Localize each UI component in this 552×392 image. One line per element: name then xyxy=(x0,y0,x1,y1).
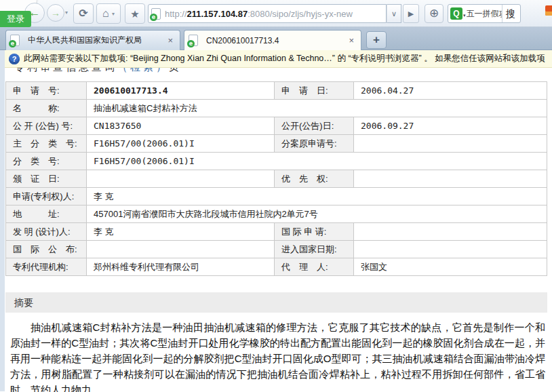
login-badge[interactable]: 登录 xyxy=(0,11,31,27)
refresh-icon: ⟳ xyxy=(79,7,87,19)
search-engine-icon[interactable]: Q xyxy=(450,7,462,20)
field-label: 地 址: xyxy=(6,205,87,223)
table-row: 公 开 (公告) 号: CN1837650 公开(公告)日: 2006.09.2… xyxy=(6,117,547,135)
search-box: Q ▾ 搜 xyxy=(448,4,521,23)
go-button[interactable]: ▶ xyxy=(403,4,419,23)
field-label: 名 称: xyxy=(6,100,87,117)
go-arrow-icon: ▶ xyxy=(408,9,414,18)
tab2-favicon-icon: e xyxy=(189,35,198,46)
table-row: 颁 证 日: 优 先 权: xyxy=(6,170,547,188)
patent-info-table: 申 请 号: 200610017713.4 申 请 日: 2006.04.27 … xyxy=(5,81,547,276)
tab2-title: CN200610017713.4 xyxy=(206,36,346,45)
abstract-text: 抽油机减速箱C封粘补方法是一种油田抽油机减速箱的修理方法，它克服了其它技术的缺点… xyxy=(5,313,552,392)
forward-button[interactable]: → xyxy=(47,4,64,22)
security-shield-button[interactable]: ⊕ xyxy=(425,4,443,23)
divisional-original-number xyxy=(354,135,547,153)
obscured-heading-link: （检索） xyxy=(117,68,169,73)
tab1-favicon-icon: e xyxy=(10,35,20,46)
field-label: 代 理 人: xyxy=(275,258,354,276)
main-classification: F16H57/00(2006.01)I xyxy=(87,135,275,153)
table-row: 地 址: 457001河南省濮阳市大庆路北段城市信用社院内2单元7号 xyxy=(6,205,547,223)
publication-date: 2006.09.27 xyxy=(354,117,547,135)
table-row: 专利代理机构: 郑州科维专利代理有限公司 代 理 人: 张国文 xyxy=(6,258,547,276)
field-label: 颁 证 日: xyxy=(6,170,87,188)
browser-toolbar: 登录 ← → ▾ ⟳ ⌂ ▾ ★ e http://211.157.104.87… xyxy=(0,0,552,27)
url-scheme: http:// xyxy=(165,9,187,19)
international-application xyxy=(354,223,547,241)
field-label: 专利代理机构: xyxy=(6,258,87,276)
table-row: 名 称: 抽油机减速箱C封粘补方法 xyxy=(6,100,547,117)
tab1-title: 中华人民共和国国家知识产权局 xyxy=(28,35,165,46)
shield-plus-icon: ⊕ xyxy=(429,7,439,20)
home-icon: ⌂ xyxy=(102,7,109,19)
search-input[interactable] xyxy=(467,9,502,18)
search-button[interactable]: 搜 xyxy=(502,5,519,22)
field-label: 申 请 号: xyxy=(6,82,87,100)
table-row: 国 际 公 布: 进入国家日期: xyxy=(6,241,547,258)
table-row: 发 明 (设计)人: 李 克 国 际 申 请: xyxy=(6,223,547,241)
international-publication xyxy=(87,241,275,258)
patent-agency: 郑州科维专利代理有限公司 xyxy=(87,258,275,276)
url-path: :8080/sipo/zljs/hyjs-yx-new xyxy=(248,9,353,19)
chevron-down-icon: ∨ xyxy=(391,9,397,18)
application-number: 200610017713.4 xyxy=(87,82,275,100)
inventor: 李 克 xyxy=(87,223,275,241)
field-label: 公开(公告)日: xyxy=(275,117,354,135)
field-label: 国 际 申 请: xyxy=(275,223,354,241)
table-row: 申 请 号: 200610017713.4 申 请 日: 2006.04.27 xyxy=(6,82,547,100)
table-row: 分 类 号: F16H57/00(2006.01)I xyxy=(6,153,547,170)
priority xyxy=(354,170,547,188)
field-label: 主 分 类 号: xyxy=(6,135,87,153)
tab-patent-cn200610017713[interactable]: e CN200610017713.4 × xyxy=(184,30,361,50)
tab2-close-icon[interactable]: × xyxy=(346,35,357,45)
home-button[interactable]: ⌂ ▾ xyxy=(96,3,121,24)
ie-page-icon: e xyxy=(187,40,195,47)
forward-history-caret-icon[interactable]: ▾ xyxy=(65,9,68,16)
home-caret-icon: ▾ xyxy=(112,11,115,17)
ie-page-icon: e xyxy=(150,14,157,21)
favorites-button[interactable]: ★ xyxy=(125,3,145,24)
refresh-button[interactable]: ⟳ xyxy=(73,3,94,24)
patent-title: 抽油机减速箱C封粘补方法 xyxy=(87,100,547,117)
certificate-date xyxy=(87,170,275,188)
page-content: ? 此网站需要安装以下加载项: “Beijing Zhong Xian Zhi … xyxy=(0,50,552,391)
field-label: 国 际 公 布: xyxy=(6,241,87,258)
tab1-close-icon[interactable]: × xyxy=(165,35,176,45)
new-tab-button[interactable]: + xyxy=(366,31,387,49)
table-row: 申请(专利权)人: 李 克 xyxy=(6,188,547,205)
url-text: http://211.157.104.87:8080/sipo/zljs/hyj… xyxy=(165,9,353,19)
obscured-heading-right: 页 xyxy=(169,68,182,73)
field-label: 优 先 权: xyxy=(275,170,354,188)
promo-icon[interactable] xyxy=(545,5,552,16)
addon-install-infobar[interactable]: ? 此网站需要安装以下加载项: “Beijing Zhong Xian Zhi … xyxy=(5,50,552,68)
application-date: 2006.04.27 xyxy=(354,82,547,100)
ie-page-icon: e xyxy=(9,40,16,47)
tab-sipo-home[interactable]: e 中华人民共和国国家知识产权局 × xyxy=(5,30,180,50)
classification: F16H57/00(2006.01)I xyxy=(87,153,547,170)
field-label: 公 开 (公告) 号: xyxy=(6,117,87,135)
field-label: 发 明 (设计)人: xyxy=(6,223,87,241)
field-label: 申 请 日: xyxy=(275,82,354,100)
abstract-heading: 摘要 xyxy=(5,292,547,313)
field-label: 进入国家日期: xyxy=(275,241,354,258)
applicant: 李 克 xyxy=(87,188,547,205)
search-engine-caret-icon[interactable]: ▾ xyxy=(463,13,466,18)
page-favicon-icon: e xyxy=(151,8,161,20)
address-dropdown-button[interactable]: ∨ xyxy=(387,4,401,23)
star-icon: ★ xyxy=(130,8,139,20)
addon-info-icon: ? xyxy=(9,54,20,64)
publication-number: CN1837650 xyxy=(87,117,275,135)
field-label: 申请(专利权)人: xyxy=(6,188,87,205)
address: 457001河南省濮阳市大庆路北段城市信用社院内2单元7号 xyxy=(87,205,547,223)
address-bar[interactable]: e http://211.157.104.87:8080/sipo/zljs/h… xyxy=(148,4,387,23)
field-label: 分案原申请号: xyxy=(275,135,354,153)
tab-bar: e 中华人民共和国国家知识产权局 × e CN200610017713.4 × … xyxy=(0,27,552,50)
addon-infobar-text: 此网站需要安装以下加载项: “Beijing Zhong Xian Zhi Qu… xyxy=(24,53,545,64)
agent: 张国文 xyxy=(354,258,547,276)
national-entry-date xyxy=(354,241,547,258)
obscured-heading-text: 专利审查信息查询（检索）页 xyxy=(14,68,182,74)
obscured-heading-left: 专利审查信息查询 xyxy=(14,68,117,73)
obscured-page-heading: 专利审查信息查询（检索）页 xyxy=(5,68,552,79)
forward-arrow-icon: → xyxy=(51,7,60,18)
url-host: 211.157.104.87 xyxy=(187,9,248,19)
